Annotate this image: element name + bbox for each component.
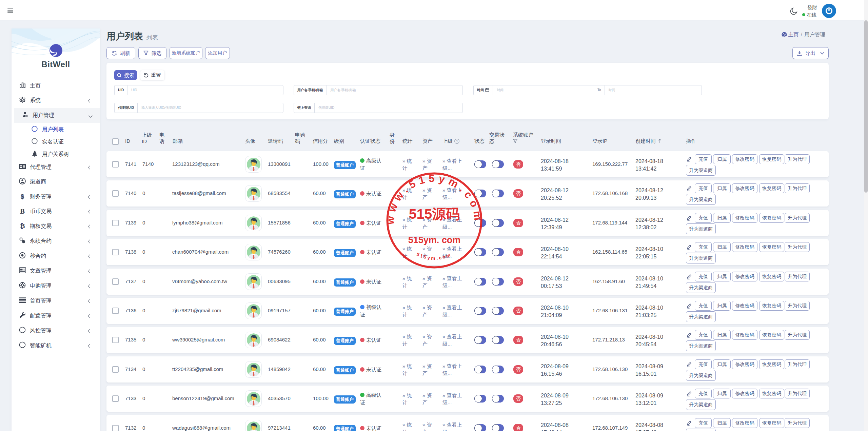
svg-text:?: ? bbox=[456, 140, 458, 143]
